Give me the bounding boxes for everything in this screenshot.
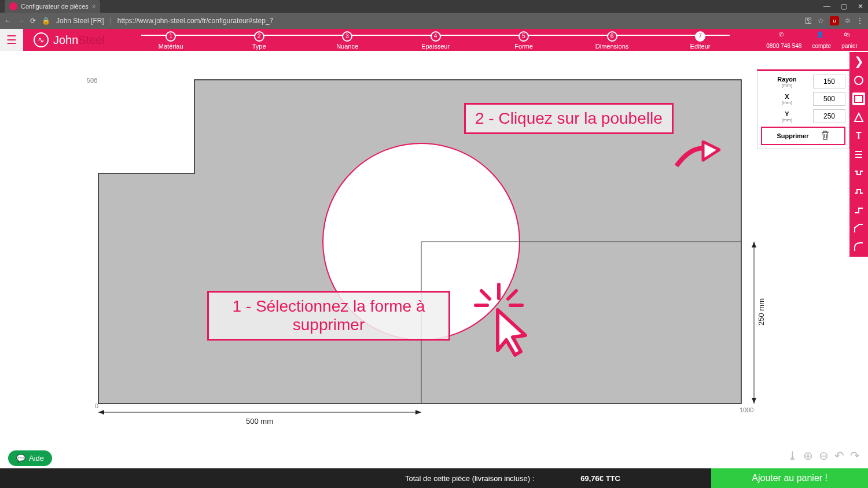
browser-tab[interactable]: Configurateur de pièces ×: [5, 0, 100, 13]
cart-link[interactable]: 🛍 panier: [841, 31, 858, 49]
lock-icon: 🔒: [42, 17, 50, 25]
ruler-right-tick: 1000: [740, 406, 753, 413]
cursor-click-icon: [470, 282, 528, 357]
tool-step-icon[interactable]: [852, 204, 865, 216]
svg-line-9: [508, 291, 516, 299]
user-icon: 👤: [816, 31, 827, 42]
panel-collapse-button[interactable]: ❯: [849, 52, 868, 71]
tool-text-icon[interactable]: T: [852, 130, 865, 142]
cart-label: panier: [841, 43, 858, 49]
menu-kebab-icon[interactable]: ⋮: [856, 17, 863, 25]
nav-reload-icon[interactable]: ⟳: [30, 17, 36, 25]
footer-bar: Total de cette pièce (livraison incluse)…: [0, 468, 868, 488]
tab-favicon: [9, 2, 17, 10]
radius-input[interactable]: [813, 75, 845, 88]
account-link[interactable]: 👤 compte: [812, 31, 831, 49]
address-bar: ← → ⟳ 🔒 John Steel [FR] | https://www.jo…: [0, 13, 868, 29]
url-text[interactable]: https://www.john-steel.com/fr/configurat…: [117, 17, 273, 25]
svg-line-8: [481, 291, 490, 299]
shape-properties-panel: Rayon(mm) X(mm) Y(mm) Supprimer: [757, 69, 849, 149]
dimension-horizontal: 500 mm: [98, 410, 421, 426]
step-5[interactable]: 5Forme: [480, 30, 568, 50]
svg-point-10: [855, 76, 863, 84]
browser-tab-strip: Configurateur de pièces × — ▢ ✕: [0, 0, 868, 13]
help-button[interactable]: 💬 Aide: [8, 450, 52, 466]
editor-canvas[interactable]: 500 0 1000 250 mm 500 mm: [0, 51, 868, 468]
tool-list-icon[interactable]: [852, 148, 865, 161]
logo-john: John: [53, 34, 78, 46]
brand-logo[interactable]: ∿ JohnSteel: [23, 29, 115, 51]
undo-icon[interactable]: ↶: [834, 449, 844, 463]
account-label: compte: [812, 43, 831, 49]
help-label: Aide: [29, 454, 44, 463]
zoom-out-icon[interactable]: ⊖: [819, 449, 829, 463]
tool-fillet-icon[interactable]: [852, 241, 865, 253]
y-input[interactable]: [813, 109, 845, 123]
tool-triangle-icon[interactable]: [852, 111, 865, 124]
delete-shape-button[interactable]: Supprimer: [761, 127, 845, 145]
x-label: X: [785, 93, 789, 100]
key-icon[interactable]: ⚿: [805, 17, 812, 25]
phone-contact[interactable]: ✆ 0800 746 548: [766, 31, 801, 49]
add-to-cart-label: Ajouter au panier !: [752, 473, 827, 483]
editor-canvas-wrap: 500 0 1000 250 mm 500 mm 1 - Sélectionne…: [0, 51, 868, 468]
logo-mark-icon: ∿: [34, 32, 49, 47]
tool-chamfer-icon[interactable]: [852, 222, 865, 235]
add-to-cart-button[interactable]: Ajouter au panier !: [711, 468, 868, 488]
y-label: Y: [785, 110, 789, 117]
step-2[interactable]: 2Type: [215, 30, 303, 50]
arrow-annotation-icon: [674, 141, 720, 169]
window-close-icon[interactable]: ✕: [858, 2, 863, 10]
app-header: ☰ ∿ JohnSteel 1Matériau 2Type 3Nuance 4E…: [0, 29, 868, 51]
annotation-step-1: 1 - Sélectionnez la forme à supprimer: [207, 291, 450, 341]
window-maximize-icon[interactable]: ▢: [841, 2, 847, 10]
phone-icon: ✆: [779, 31, 789, 42]
radius-label: Rayon: [777, 76, 797, 83]
extension-badge[interactable]: u: [830, 16, 839, 25]
ruler-origin-tick: 0: [95, 402, 98, 409]
progress-stepper: 1Matériau 2Type 3Nuance 4Epaisseur 5Form…: [115, 29, 756, 51]
phone-number: 0800 746 548: [766, 43, 801, 49]
chat-icon: 💬: [16, 454, 25, 463]
tool-rectangle-icon[interactable]: [852, 93, 865, 105]
nav-forward-icon[interactable]: →: [17, 17, 24, 25]
step-7[interactable]: 7Editeur: [656, 30, 744, 50]
ruler-left-tick: 500: [87, 77, 97, 84]
annotation-step-2: 2 - Cliquez sur la poubelle: [464, 103, 674, 134]
step-6[interactable]: 6Dimensions: [568, 30, 656, 50]
svg-text:250 mm: 250 mm: [757, 298, 766, 326]
step-4[interactable]: 4Epaisseur: [391, 30, 479, 50]
svg-text:500 mm: 500 mm: [246, 417, 273, 426]
redo-icon[interactable]: ↷: [850, 449, 860, 463]
x-input[interactable]: [813, 92, 845, 106]
step-1[interactable]: 1Matériau: [127, 30, 215, 50]
tool-notch-up-icon[interactable]: [852, 185, 865, 198]
tab-title: Configurateur de pièces: [21, 3, 89, 10]
menu-burger-icon[interactable]: ☰: [0, 29, 23, 51]
window-minimize-icon[interactable]: —: [823, 2, 830, 10]
extension-icon[interactable]: ✲: [845, 17, 851, 25]
star-icon[interactable]: ☆: [818, 17, 824, 25]
step-3[interactable]: 3Nuance: [303, 30, 391, 50]
bag-icon: 🛍: [844, 31, 855, 42]
tool-notch-down-icon[interactable]: [852, 167, 865, 179]
tab-close-icon[interactable]: ×: [92, 3, 95, 10]
url-prefix: John Steel [FR]: [56, 17, 104, 25]
shape-tool-strip: T: [849, 71, 868, 257]
dimension-vertical: 250 mm: [752, 242, 766, 404]
zoom-in-icon[interactable]: ⊕: [803, 449, 813, 463]
logo-steel: Steel: [78, 34, 105, 46]
total-label: Total de cette pièce (livraison incluse)…: [405, 474, 534, 483]
tool-circle-icon[interactable]: [852, 74, 865, 87]
trash-icon: [821, 130, 830, 142]
delete-label: Supprimer: [777, 132, 808, 139]
download-icon[interactable]: ⤓: [788, 449, 797, 463]
svg-rect-11: [855, 95, 863, 102]
view-controls: ⤓ ⊕ ⊖ ↶ ↷: [788, 449, 860, 463]
nav-back-icon[interactable]: ←: [5, 17, 12, 25]
total-price: 69,76€ TTC: [580, 474, 620, 483]
